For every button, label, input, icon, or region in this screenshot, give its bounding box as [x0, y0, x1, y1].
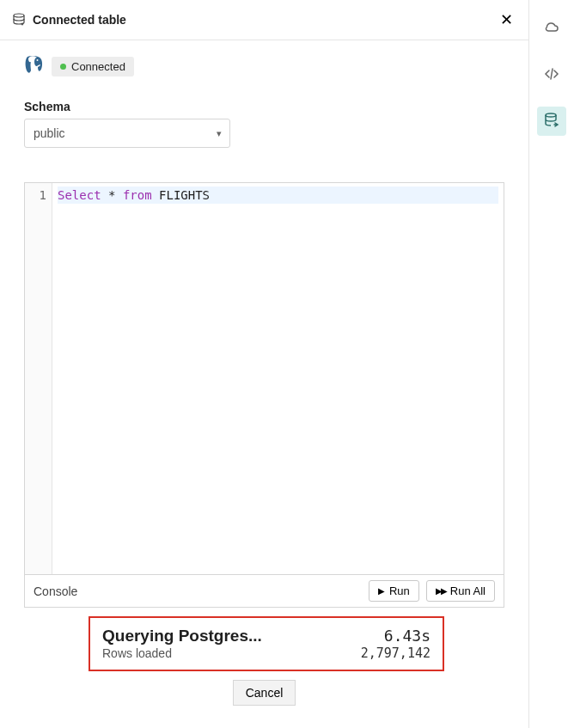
- svg-point-0: [14, 14, 24, 17]
- svg-point-3: [546, 113, 556, 117]
- close-icon: ✕: [500, 11, 513, 28]
- query-time: 6.43s: [384, 627, 430, 645]
- rail-database-button[interactable]: [537, 107, 566, 136]
- run-button[interactable]: ▶ Run: [369, 580, 419, 602]
- svg-point-1: [37, 59, 39, 61]
- cloud-icon: [543, 19, 560, 39]
- connection-badge: Connected: [52, 57, 134, 76]
- rail-code-button[interactable]: [537, 60, 566, 89]
- run-all-label: Run All: [450, 584, 485, 597]
- query-status-box: Querying Postgres... 6.43s Rows loaded 2…: [89, 616, 444, 671]
- cancel-button[interactable]: Cancel: [233, 680, 296, 706]
- panel-header: Connected table ✕: [0, 0, 528, 40]
- editor-toolbar: Console ▶ Run ▶▶ Run All: [25, 574, 504, 607]
- run-label: Run: [389, 584, 410, 597]
- code-icon: [543, 65, 560, 85]
- status-dot-icon: [60, 64, 66, 70]
- code-area[interactable]: Select * from FLIGHTS: [52, 183, 504, 574]
- console-label: Console: [34, 584, 362, 598]
- code-line: Select * from FLIGHTS: [58, 187, 498, 204]
- line-gutter: 1: [25, 183, 52, 574]
- sql-editor[interactable]: 1 Select * from FLIGHTS: [25, 183, 504, 574]
- query-status-message: Querying Postgres...: [102, 627, 262, 645]
- database-icon: [12, 13, 26, 27]
- right-rail: [529, 0, 574, 728]
- schema-label: Schema: [24, 100, 504, 113]
- rail-cloud-button[interactable]: [537, 14, 566, 43]
- svg-point-2: [31, 59, 33, 61]
- fast-forward-icon: ▶▶: [436, 586, 446, 596]
- rows-loaded-value: 2,797,142: [361, 645, 430, 661]
- connection-status-label: Connected: [71, 60, 125, 73]
- play-icon: ▶: [378, 586, 385, 596]
- connection-row: Connected: [24, 54, 504, 79]
- sql-editor-block: 1 Select * from FLIGHTS Console ▶ Run ▶▶…: [24, 182, 504, 608]
- close-button[interactable]: ✕: [497, 9, 516, 31]
- page-title: Connected table: [33, 13, 497, 27]
- rows-loaded-label: Rows loaded: [102, 646, 172, 660]
- line-number: 1: [30, 187, 46, 204]
- postgres-icon: [24, 54, 45, 79]
- schema-select[interactable]: public: [24, 119, 230, 148]
- run-all-button[interactable]: ▶▶ Run All: [426, 580, 495, 602]
- database-sync-icon: [543, 112, 560, 132]
